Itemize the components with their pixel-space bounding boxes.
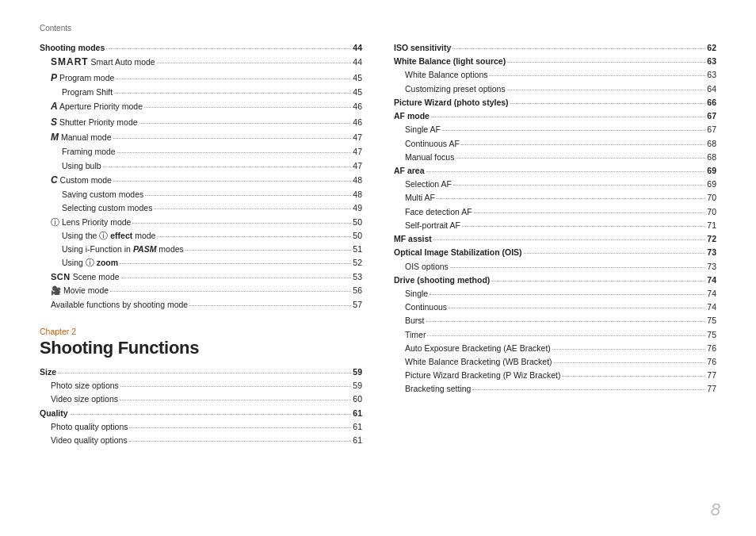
toc-row: Optical Image Stabilization (OIS) 73: [394, 247, 716, 258]
chapter-title: Shooting Functions: [40, 338, 362, 358]
dots: [510, 103, 706, 104]
toc-row: Selecting custom modes 49: [40, 202, 362, 214]
toc-row: Framing mode 47: [40, 146, 362, 158]
toc-row: Continuous 74: [394, 301, 716, 313]
dots: [189, 305, 351, 306]
page-num: 74: [707, 301, 716, 313]
right-column: ISO sensitivity 62 White Balance (light …: [394, 42, 716, 448]
toc-row: ISO sensitivity 62: [394, 42, 716, 54]
toc-row: Quality 61: [40, 408, 362, 419]
entry-label: SMART Smart Auto mode: [40, 56, 155, 69]
page-num: 52: [353, 257, 362, 269]
dots: [121, 278, 352, 278]
dots: [427, 335, 705, 336]
dots: [562, 376, 705, 377]
contents-label: Contents: [40, 24, 716, 33]
page-num: 60: [353, 393, 362, 405]
entry-label: Shooting modes: [40, 42, 105, 54]
dots: [117, 152, 352, 153]
dots: [431, 117, 705, 117]
toc-row: White Balance options 63: [394, 69, 716, 81]
entry-label: Selecting custom modes: [40, 202, 152, 214]
toc-row: Burst 75: [394, 315, 716, 327]
page-num: 47: [353, 146, 362, 158]
dots: [450, 267, 705, 268]
page-num: 77: [707, 369, 716, 381]
shooting-modes-section: Shooting modes 44 SMART Smart Auto mode …: [40, 42, 362, 311]
dots: [132, 223, 351, 224]
page-num: 74: [707, 288, 716, 300]
dots: [120, 400, 351, 400]
dots: [456, 158, 705, 159]
page-num: 63: [707, 56, 716, 67]
page-num: 59: [353, 380, 362, 392]
page-num: 61: [353, 421, 362, 433]
entry-label: Saving custom modes: [40, 189, 143, 201]
toc-row: A Aperture Priority mode 46: [40, 100, 362, 113]
page-num: 68: [707, 151, 716, 163]
toc-row: Single 74: [394, 288, 716, 300]
page-num: 49: [353, 202, 362, 214]
page-num: 67: [707, 110, 716, 122]
entry-label: Single: [394, 288, 428, 300]
page-num: 75: [707, 329, 716, 341]
toc-row: Self-portrait AF 71: [394, 220, 716, 232]
toc-row: AF area 69: [394, 165, 716, 177]
toc-row: Multi AF 70: [394, 192, 716, 204]
toc-row: C Custom mode 48: [40, 174, 362, 187]
dots: [437, 198, 705, 199]
entry-label: Self-portrait AF: [394, 220, 460, 232]
left-column: Shooting modes 44 SMART Smart Auto mode …: [40, 42, 362, 448]
toc-row: Picture Wizard Bracketing (P Wiz Bracket…: [394, 369, 716, 381]
dots: [442, 130, 705, 131]
entry-label: Photo quality options: [40, 421, 128, 433]
toc-row: OIS options 73: [394, 261, 716, 273]
page-container: Contents Shooting modes 44 SMART Smart A…: [0, 0, 756, 536]
page-num: 61: [353, 435, 362, 446]
entry-label: Burst: [394, 315, 425, 327]
page-num: 70: [707, 206, 716, 218]
toc-row: Manual focus 68: [394, 151, 716, 163]
entry-label: OIS options: [394, 261, 449, 273]
dots: [461, 144, 705, 145]
toc-row: Single AF 67: [394, 124, 716, 136]
dots: [129, 441, 352, 442]
dots: [58, 373, 351, 373]
dots: [120, 263, 351, 264]
page-num: 44: [353, 56, 362, 68]
page-num: 47: [353, 132, 362, 144]
entry-label: Using the ⓘ effect mode: [40, 230, 155, 242]
toc-row: P Program mode 45: [40, 71, 362, 85]
dots: [116, 78, 351, 79]
page-num: 75: [707, 315, 716, 327]
entry-label: Continuous AF: [394, 138, 460, 150]
dots: [114, 93, 351, 94]
toc-row: Available functions by shooting mode 57: [40, 299, 362, 311]
page-num: 62: [707, 42, 716, 54]
entry-label: Auto Exposure Bracketing (AE Bracket): [394, 343, 551, 354]
page-num: 70: [707, 192, 716, 204]
dots: [489, 75, 705, 76]
toc-row: Using bulb 47: [40, 160, 362, 172]
entry-label: White Balance Bracketing (WB Bracket): [394, 356, 552, 368]
toc-row: Auto Exposure Bracketing (AE Bracket) 76: [394, 343, 716, 354]
entry-label: Quality: [40, 408, 68, 419]
dots: [106, 48, 351, 49]
toc-row: Program Shift 45: [40, 86, 362, 98]
dots: [113, 138, 352, 139]
dots: [507, 90, 706, 90]
page-num: 48: [353, 189, 362, 201]
toc-row: SMART Smart Auto mode 44: [40, 56, 362, 69]
page-num: 48: [353, 174, 362, 186]
chapter-label: Chapter 2: [40, 327, 362, 336]
entry-label: S Shutter Priority mode: [40, 116, 138, 129]
entry-label: Picture Wizard (photo styles): [394, 97, 509, 109]
entry-label: P Program mode: [40, 71, 114, 85]
dots: [154, 209, 351, 209]
page-number: 8: [711, 500, 720, 520]
dots: [145, 195, 351, 196]
entry-label: Video size options: [40, 393, 118, 405]
toc-row: Timer 75: [394, 329, 716, 341]
page-num: 66: [707, 97, 716, 109]
entry-label: ISO sensitivity: [394, 42, 451, 54]
